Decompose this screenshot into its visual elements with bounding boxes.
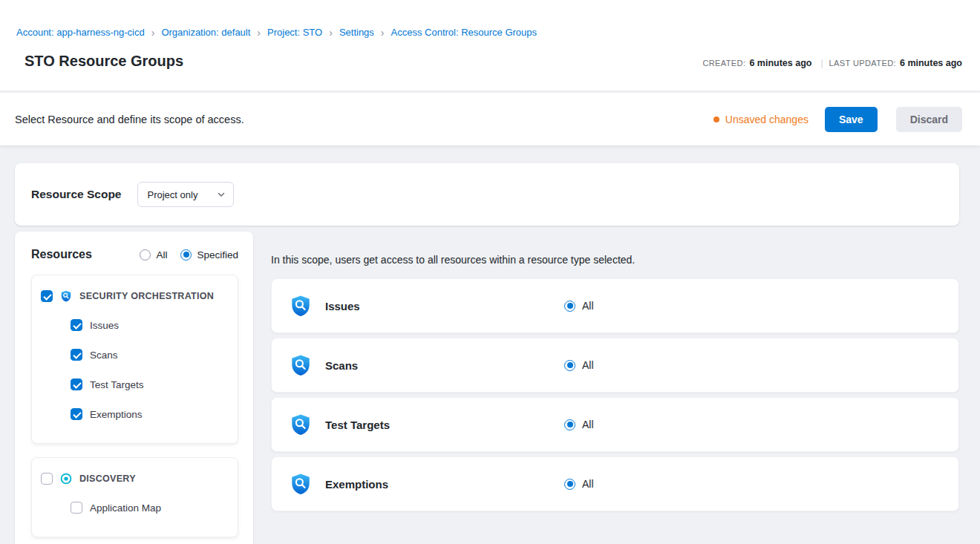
resource-scope-selected: Project only [147,189,197,200]
updated-label: LAST UPDATED: [829,59,896,68]
sto-shield-icon [60,290,72,302]
toolbar: Select Resource and define its scope of … [0,93,980,145]
radio-option-all[interactable]: All [140,249,167,260]
checkbox-exemptions[interactable] [71,408,82,420]
page-header: Account: app-harness-ng-cicd › Organizat… [0,0,980,91]
resource-scope-label: Resource Scope [31,188,121,201]
access-label: All [582,478,594,490]
checkbox-scans[interactable] [71,349,82,361]
group-items: Issues Scans Test Targets Exemption [71,310,229,429]
resource-item-issues[interactable]: Issues [71,310,229,340]
title-row: STO Resource Groups CREATED: 6 minutes a… [16,53,965,70]
breadcrumb: Account: app-harness-ng-cicd › Organizat… [16,27,965,38]
resource-card-title: Test Targets [325,419,564,431]
scope-content: In this scope, users get access to all r… [271,232,959,516]
resource-card-exemptions: Exemptions All [271,456,959,511]
toolbar-description: Select Resource and define its scope of … [15,114,244,125]
breadcrumb-chevron-icon: › [329,27,333,38]
group-checkbox[interactable] [41,290,53,302]
radio-selected-icon[interactable] [564,419,575,430]
radio-specified-label: Specified [197,249,238,260]
breadcrumb-link-organization[interactable]: Organization: default [161,27,250,38]
created-value: 6 minutes ago [749,58,811,68]
radio-option-specified[interactable]: Specified [180,249,238,260]
radio-selected-icon[interactable] [564,301,575,312]
access-radio-all[interactable]: All [564,478,594,490]
page: Account: app-harness-ng-cicd › Organizat… [0,0,980,544]
unsaved-changes-indicator: Unsaved changes [713,114,808,125]
sto-shield-search-icon [290,295,312,317]
access-radio-all[interactable]: All [564,419,594,430]
sto-shield-search-icon [290,473,312,495]
radio-selected-icon[interactable] [564,360,575,371]
discard-button[interactable]: Discard [896,107,962,132]
sto-shield-search-icon [290,354,312,376]
radio-specified-icon[interactable] [180,249,192,260]
save-button[interactable]: Save [825,107,878,132]
resources-panel-header: Resources All Specified [31,248,238,261]
item-label: Test Targets [90,379,144,390]
resource-group-discovery: DISCOVERY Application Map [31,457,238,537]
radio-all-label: All [156,249,167,260]
item-label: Issues [90,320,119,331]
group-header[interactable]: SECURITY ORCHESTRATION [41,285,229,307]
resource-card-issues: Issues All [271,278,959,333]
access-radio-all[interactable]: All [564,300,594,312]
checkbox-application-map[interactable] [71,502,82,514]
resource-card-test-targets: Test Targets All [271,397,959,452]
access-label: All [582,300,594,312]
resource-item-test-targets[interactable]: Test Targets [71,370,229,399]
resource-item-scans[interactable]: Scans [71,340,229,370]
item-label: Scans [90,350,118,361]
radio-selected-icon[interactable] [564,479,575,490]
resources-filter-radio-group: All Specified [140,249,238,260]
item-label: Exemptions [90,409,143,420]
meta-info: CREATED: 6 minutes ago | LAST UPDATED: 6… [702,58,965,70]
discovery-icon [60,473,72,485]
breadcrumb-chevron-icon: › [381,27,385,38]
group-checkbox[interactable] [41,473,53,485]
resources-title: Resources [31,248,92,261]
page-title: STO Resource Groups [24,53,183,70]
access-label: All [582,359,594,371]
breadcrumb-link-access-control[interactable]: Access Control: Resource Groups [391,27,538,38]
group-header[interactable]: DISCOVERY [41,468,229,490]
breadcrumb-link-project[interactable]: Project: STO [267,27,322,38]
main-content: Resource Scope Project only Resources Al… [0,145,980,544]
group-label: DISCOVERY [79,473,136,484]
breadcrumb-chevron-icon: › [151,27,155,38]
resource-item-exemptions[interactable]: Exemptions [71,399,229,429]
breadcrumb-link-account[interactable]: Account: app-harness-ng-cicd [16,27,145,38]
created-label: CREATED: [702,59,745,68]
resource-card-title: Issues [325,300,564,312]
scope-description: In this scope, users get access to all r… [271,254,959,266]
unsaved-changes-label: Unsaved changes [725,114,808,125]
access-radio-all[interactable]: All [564,359,594,371]
updated-value: 6 minutes ago [900,58,962,68]
radio-all-icon[interactable] [140,249,151,260]
content-row: Resources All Specified [15,232,959,544]
resources-panel: Resources All Specified [15,232,253,544]
resource-card-scans: Scans All [271,338,959,393]
resource-group-security-orchestration: SECURITY ORCHESTRATION Issues Scans [31,275,238,444]
unsaved-dot-icon [713,117,719,122]
resource-card-title: Scans [325,359,564,372]
breadcrumb-chevron-icon: › [257,27,261,38]
resource-card-title: Exemptions [325,478,564,491]
toolbar-actions: Unsaved changes Save Discard [713,107,962,132]
access-label: All [582,419,594,430]
item-label: Application Map [90,502,161,514]
resource-scope-dropdown[interactable]: Project only [137,182,234,207]
resource-item-application-map[interactable]: Application Map [71,493,229,522]
group-items: Application Map [71,493,229,522]
breadcrumb-link-settings[interactable]: Settings [339,27,374,38]
resource-scope-card: Resource Scope Project only [15,163,959,226]
group-label: SECURITY ORCHESTRATION [79,291,214,301]
meta-divider: | [820,58,823,68]
sto-shield-search-icon [290,413,312,436]
checkbox-test-targets[interactable] [71,378,82,390]
checkbox-issues[interactable] [71,319,82,331]
chevron-down-icon [217,190,226,199]
